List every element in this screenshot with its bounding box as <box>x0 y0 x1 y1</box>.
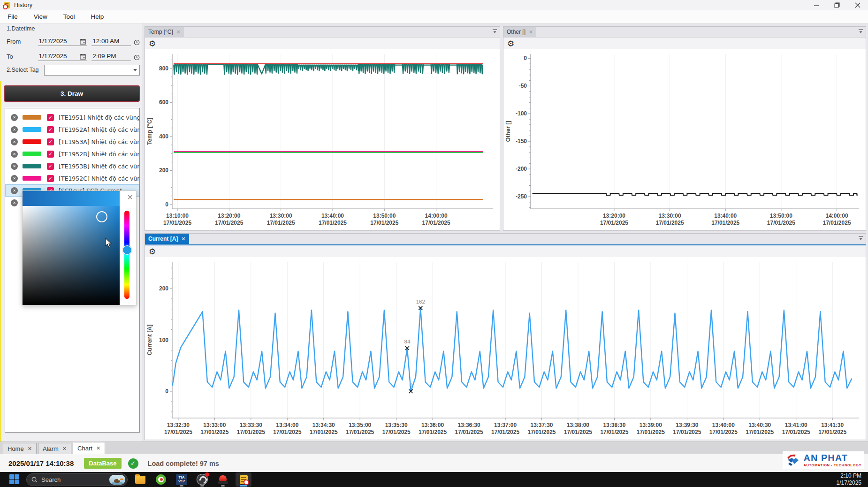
tag-row[interactable]: ✕✓[TE1951] Nhiệt độ các vùng TE 195 <box>5 111 139 123</box>
tab-current[interactable]: Current [A] ✕ <box>145 234 189 244</box>
remove-tag-icon[interactable]: ✕ <box>11 114 18 121</box>
tag-color-swatch[interactable] <box>23 152 41 156</box>
svg-text:13:50:00: 13:50:00 <box>373 213 396 219</box>
gear-icon[interactable]: ⚙ <box>507 40 514 48</box>
current-plot[interactable]: 010020013:32:3017/01/202513:33:0017/01/2… <box>145 257 866 440</box>
remove-tag-icon[interactable]: ✕ <box>11 151 18 158</box>
hue-slider[interactable] <box>124 211 129 299</box>
tag-color-swatch[interactable] <box>23 176 41 181</box>
from-time-field[interactable]: 12:00 AM <box>91 38 131 46</box>
clock-icon[interactable] <box>134 54 140 61</box>
tag-color-swatch[interactable] <box>23 115 41 120</box>
tia-portal-icon[interactable]: TIAV17 <box>174 472 190 487</box>
tag-checkbox[interactable]: ✓ <box>47 138 54 145</box>
tag-checkbox[interactable]: ✓ <box>47 175 54 182</box>
pin-panel-icon[interactable] <box>858 29 863 34</box>
to-date-field[interactable]: 1/17/2025 <box>38 53 87 61</box>
calendar-icon[interactable] <box>80 53 86 60</box>
tab-alarm[interactable]: Alarm✕ <box>38 443 71 454</box>
hue-slider-thumb[interactable] <box>122 245 132 255</box>
tag-checkbox[interactable]: ✓ <box>47 126 54 133</box>
calendar-icon[interactable] <box>80 38 86 45</box>
close-icon[interactable]: ✕ <box>96 445 100 451</box>
draw-button[interactable]: 3. Draw <box>4 85 140 102</box>
menu-tool[interactable]: Tool <box>63 13 75 20</box>
menu-view[interactable]: View <box>34 13 47 20</box>
clock-date: 1/17/2025 <box>837 479 861 487</box>
svg-text:13:40:00: 13:40:00 <box>714 213 737 219</box>
tag-color-swatch[interactable] <box>23 127 41 132</box>
select-tag-dropdown[interactable] <box>44 65 140 76</box>
svg-text:17/01/2025: 17/01/2025 <box>600 220 628 226</box>
svg-text:13:36:30: 13:36:30 <box>458 422 480 428</box>
pin-panel-icon[interactable] <box>858 236 863 241</box>
svg-text:13:40:00: 13:40:00 <box>712 422 735 428</box>
minimize-button[interactable] <box>806 0 827 10</box>
clock-icon[interactable] <box>134 39 140 46</box>
remove-tag-icon[interactable]: ✕ <box>11 187 18 194</box>
tag-checkbox[interactable]: ✓ <box>47 151 54 158</box>
close-icon[interactable]: ✕ <box>28 446 32 452</box>
select-tag-label: 2.Select Tag <box>7 67 39 73</box>
gear-icon[interactable]: ⚙ <box>149 248 156 256</box>
remove-tag-icon[interactable]: ✕ <box>11 138 18 145</box>
remove-tag-icon[interactable]: ✕ <box>11 126 18 133</box>
menu-file[interactable]: File <box>8 13 18 20</box>
tag-row[interactable]: ✕✓[TE1952B] Nhiệt độ các vùng TE 19 <box>5 148 139 160</box>
taskbar-search[interactable]: Search <box>26 473 128 486</box>
remove-tag-icon[interactable]: ✕ <box>11 199 18 206</box>
close-icon[interactable]: ✕ <box>529 29 533 35</box>
from-date-field[interactable]: 1/17/2025 <box>38 38 87 46</box>
obs-icon[interactable] <box>194 472 210 487</box>
start-button[interactable] <box>9 474 20 485</box>
tag-color-swatch[interactable] <box>23 139 41 144</box>
history-app-window: History File View Tool Help 1.Datetime F… <box>0 0 868 487</box>
svg-text:17/01/2025: 17/01/2025 <box>709 429 738 435</box>
taskbar-clock[interactable]: 2:10 PM 1/17/2025 <box>837 472 861 487</box>
tab-other[interactable]: Other [] ✕ <box>503 27 536 37</box>
svg-text:13:38:00: 13:38:00 <box>567 422 589 428</box>
restore-button[interactable] <box>827 0 847 10</box>
close-icon[interactable]: ✕ <box>181 236 185 242</box>
menu-help[interactable]: Help <box>91 13 104 20</box>
tag-color-swatch[interactable] <box>23 164 41 168</box>
close-icon[interactable]: ✕ <box>62 446 67 452</box>
svg-text:0: 0 <box>165 201 168 208</box>
svg-text:0: 0 <box>524 55 527 61</box>
other-plot[interactable]: 0-50-100-150-200-25013:20:0017/01/202513… <box>503 49 866 230</box>
anphat-logo-icon <box>785 453 800 467</box>
tag-row[interactable]: ✕✓[TE1953B] Nhiệt độ các vùng TE 19 <box>5 160 139 172</box>
color-selector-ring[interactable] <box>96 211 107 222</box>
tag-row[interactable]: ✕✓[TE1953A] Nhiệt độ các vùng TE 19 <box>5 136 139 148</box>
color-picker-close-icon[interactable]: ✕ <box>127 193 133 202</box>
browser-icon[interactable] <box>153 472 169 487</box>
svg-text:-100: -100 <box>516 110 527 117</box>
tag-row[interactable]: ✕✓[TE1952A] Nhiệt độ các vùng TE 19 <box>5 123 139 136</box>
alarm-app-icon[interactable] <box>215 472 231 487</box>
search-highlight-image[interactable] <box>109 475 125 485</box>
tab-temp[interactable]: Temp [°C] ✕ <box>145 27 184 37</box>
remove-tag-icon[interactable]: ✕ <box>11 175 18 182</box>
tag-checkbox[interactable]: ✓ <box>47 114 54 121</box>
company-logo: AN PHAT AUTOMATION - TECHNOLOGY <box>783 451 864 469</box>
tag-checkbox[interactable]: ✓ <box>47 163 54 170</box>
gear-icon[interactable]: ⚙ <box>149 40 156 48</box>
taskbar: Search TIAV17 2:10 PM 1/17/2025 <box>0 472 868 487</box>
tab-chart[interactable]: Chart✕ <box>73 442 105 454</box>
history-app-taskbar-icon[interactable] <box>236 472 251 487</box>
pin-panel-icon[interactable] <box>492 29 497 34</box>
svg-text:13:34:00: 13:34:00 <box>276 422 298 428</box>
to-time-field[interactable]: 2:09 PM <box>91 53 131 61</box>
close-button[interactable] <box>847 0 868 10</box>
close-icon[interactable]: ✕ <box>176 29 181 35</box>
file-explorer-icon[interactable] <box>132 472 148 487</box>
tag-row[interactable]: ✕✓[TE1952C] Nhiệt độ các vùng TE 19 <box>5 172 139 184</box>
svg-text:400: 400 <box>159 133 168 140</box>
svg-text:17/01/2025: 17/01/2025 <box>346 429 374 435</box>
temp-plot[interactable]: 020040060080013:10:0017/01/202513:20:001… <box>145 49 500 230</box>
tab-home[interactable]: Home✕ <box>3 443 37 454</box>
remove-tag-icon[interactable]: ✕ <box>11 163 18 170</box>
svg-text:0: 0 <box>165 388 168 395</box>
status-message: Load complete! 97 ms <box>148 460 219 467</box>
svg-text:17/01/2025: 17/01/2025 <box>319 220 347 226</box>
